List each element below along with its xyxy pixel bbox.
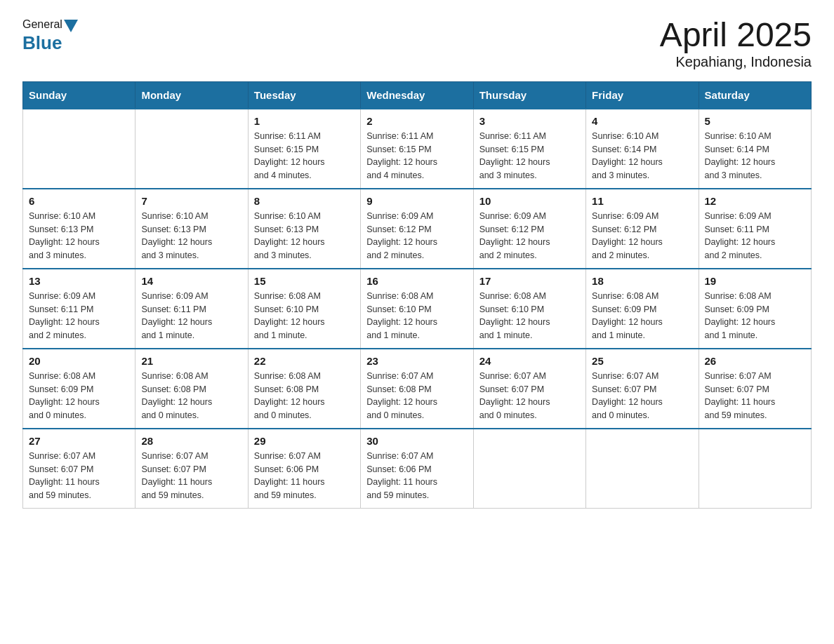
day-info: Sunrise: 6:07 AMSunset: 6:06 PMDaylight:…: [254, 450, 355, 502]
day-number: 8: [254, 195, 355, 207]
day-number: 13: [29, 275, 129, 287]
day-info: Sunrise: 6:08 AMSunset: 6:10 PMDaylight:…: [479, 290, 580, 342]
calendar-week-row: 6Sunrise: 6:10 AMSunset: 6:13 PMDaylight…: [23, 189, 812, 269]
title-block: April 2025 Kepahiang, Indonesia: [660, 17, 812, 70]
calendar-cell: [473, 429, 585, 509]
calendar-cell: [699, 429, 811, 509]
calendar-cell: 19Sunrise: 6:08 AMSunset: 6:09 PMDayligh…: [699, 269, 811, 349]
day-number: 26: [705, 355, 805, 367]
day-number: 4: [592, 115, 692, 127]
header-sunday: Sunday: [23, 81, 135, 109]
day-number: 19: [705, 275, 805, 287]
calendar-cell: 21Sunrise: 6:08 AMSunset: 6:08 PMDayligh…: [135, 349, 248, 429]
calendar-cell: [23, 109, 135, 189]
calendar-cell: 23Sunrise: 6:07 AMSunset: 6:08 PMDayligh…: [361, 349, 473, 429]
calendar-cell: 28Sunrise: 6:07 AMSunset: 6:07 PMDayligh…: [135, 429, 248, 509]
day-number: 3: [479, 115, 580, 127]
day-info: Sunrise: 6:11 AMSunset: 6:15 PMDaylight:…: [254, 130, 355, 182]
header-monday: Monday: [135, 81, 248, 109]
day-info: Sunrise: 6:07 AMSunset: 6:07 PMDaylight:…: [141, 450, 241, 502]
day-info: Sunrise: 6:07 AMSunset: 6:07 PMDaylight:…: [29, 450, 129, 502]
header-friday: Friday: [586, 81, 699, 109]
calendar-cell: 16Sunrise: 6:08 AMSunset: 6:10 PMDayligh…: [361, 269, 473, 349]
day-info: Sunrise: 6:08 AMSunset: 6:10 PMDaylight:…: [366, 290, 467, 342]
calendar-week-row: 13Sunrise: 6:09 AMSunset: 6:11 PMDayligh…: [23, 269, 812, 349]
calendar-week-row: 20Sunrise: 6:08 AMSunset: 6:09 PMDayligh…: [23, 349, 812, 429]
header-tuesday: Tuesday: [248, 81, 360, 109]
header-wednesday: Wednesday: [361, 81, 473, 109]
day-number: 17: [479, 275, 580, 287]
day-number: 1: [254, 115, 355, 127]
calendar-cell: 2Sunrise: 6:11 AMSunset: 6:15 PMDaylight…: [361, 109, 473, 189]
day-info: Sunrise: 6:11 AMSunset: 6:15 PMDaylight:…: [479, 130, 580, 182]
calendar-header-row: Sunday Monday Tuesday Wednesday Thursday…: [23, 81, 812, 109]
calendar-cell: 27Sunrise: 6:07 AMSunset: 6:07 PMDayligh…: [23, 429, 135, 509]
day-info: Sunrise: 6:07 AMSunset: 6:07 PMDaylight:…: [592, 370, 692, 422]
calendar-week-row: 1Sunrise: 6:11 AMSunset: 6:15 PMDaylight…: [23, 109, 812, 189]
day-number: 12: [705, 195, 805, 207]
calendar-cell: 10Sunrise: 6:09 AMSunset: 6:12 PMDayligh…: [473, 189, 585, 269]
calendar-cell: [586, 429, 699, 509]
calendar-cell: 3Sunrise: 6:11 AMSunset: 6:15 PMDaylight…: [473, 109, 585, 189]
day-number: 15: [254, 275, 355, 287]
day-number: 6: [29, 195, 129, 207]
calendar-cell: 7Sunrise: 6:10 AMSunset: 6:13 PMDaylight…: [135, 189, 248, 269]
calendar-cell: 18Sunrise: 6:08 AMSunset: 6:09 PMDayligh…: [586, 269, 699, 349]
day-number: 30: [366, 435, 467, 447]
logo-blue-text: Blue: [22, 32, 62, 54]
day-number: 11: [592, 195, 692, 207]
calendar-title: April 2025: [660, 17, 812, 54]
day-info: Sunrise: 6:07 AMSunset: 6:08 PMDaylight:…: [366, 370, 467, 422]
calendar-cell: 12Sunrise: 6:09 AMSunset: 6:11 PMDayligh…: [699, 189, 811, 269]
day-info: Sunrise: 6:09 AMSunset: 6:11 PMDaylight:…: [29, 290, 129, 342]
calendar-cell: 15Sunrise: 6:08 AMSunset: 6:10 PMDayligh…: [248, 269, 360, 349]
day-info: Sunrise: 6:07 AMSunset: 6:07 PMDaylight:…: [705, 370, 805, 422]
day-number: 2: [366, 115, 467, 127]
calendar-cell: 8Sunrise: 6:10 AMSunset: 6:13 PMDaylight…: [248, 189, 360, 269]
calendar-cell: 1Sunrise: 6:11 AMSunset: 6:15 PMDaylight…: [248, 109, 360, 189]
day-number: 10: [479, 195, 580, 207]
day-info: Sunrise: 6:07 AMSunset: 6:06 PMDaylight:…: [366, 450, 467, 502]
day-info: Sunrise: 6:08 AMSunset: 6:08 PMDaylight:…: [141, 370, 241, 422]
day-info: Sunrise: 6:10 AMSunset: 6:13 PMDaylight:…: [141, 210, 241, 262]
calendar-cell: 24Sunrise: 6:07 AMSunset: 6:07 PMDayligh…: [473, 349, 585, 429]
day-info: Sunrise: 6:10 AMSunset: 6:14 PMDaylight:…: [592, 130, 692, 182]
logo-general-text: General: [22, 18, 62, 31]
calendar-subtitle: Kepahiang, Indonesia: [660, 54, 812, 70]
day-number: 14: [141, 275, 241, 287]
day-info: Sunrise: 6:07 AMSunset: 6:07 PMDaylight:…: [479, 370, 580, 422]
day-number: 25: [592, 355, 692, 367]
day-number: 22: [254, 355, 355, 367]
day-info: Sunrise: 6:09 AMSunset: 6:11 PMDaylight:…: [141, 290, 241, 342]
header-saturday: Saturday: [699, 81, 811, 109]
day-number: 27: [29, 435, 129, 447]
day-number: 20: [29, 355, 129, 367]
day-info: Sunrise: 6:08 AMSunset: 6:09 PMDaylight:…: [705, 290, 805, 342]
logo: General Blue: [22, 17, 78, 54]
day-info: Sunrise: 6:10 AMSunset: 6:13 PMDaylight:…: [29, 210, 129, 262]
calendar-cell: 25Sunrise: 6:07 AMSunset: 6:07 PMDayligh…: [586, 349, 699, 429]
calendar-cell: 22Sunrise: 6:08 AMSunset: 6:08 PMDayligh…: [248, 349, 360, 429]
day-info: Sunrise: 6:09 AMSunset: 6:12 PMDaylight:…: [592, 210, 692, 262]
calendar-cell: 5Sunrise: 6:10 AMSunset: 6:14 PMDaylight…: [699, 109, 811, 189]
calendar-week-row: 27Sunrise: 6:07 AMSunset: 6:07 PMDayligh…: [23, 429, 812, 509]
day-number: 9: [366, 195, 467, 207]
day-info: Sunrise: 6:08 AMSunset: 6:09 PMDaylight:…: [592, 290, 692, 342]
logo-arrow-icon: [64, 20, 78, 32]
day-info: Sunrise: 6:10 AMSunset: 6:13 PMDaylight:…: [254, 210, 355, 262]
day-number: 28: [141, 435, 241, 447]
calendar-cell: 9Sunrise: 6:09 AMSunset: 6:12 PMDaylight…: [361, 189, 473, 269]
calendar-table: Sunday Monday Tuesday Wednesday Thursday…: [22, 81, 812, 509]
calendar-cell: 20Sunrise: 6:08 AMSunset: 6:09 PMDayligh…: [23, 349, 135, 429]
day-number: 23: [366, 355, 467, 367]
calendar-cell: 13Sunrise: 6:09 AMSunset: 6:11 PMDayligh…: [23, 269, 135, 349]
day-number: 24: [479, 355, 580, 367]
page-header: General Blue April 2025 Kepahiang, Indon…: [22, 17, 812, 70]
header-thursday: Thursday: [473, 81, 585, 109]
calendar-cell: 26Sunrise: 6:07 AMSunset: 6:07 PMDayligh…: [699, 349, 811, 429]
day-number: 18: [592, 275, 692, 287]
day-number: 16: [366, 275, 467, 287]
day-info: Sunrise: 6:08 AMSunset: 6:08 PMDaylight:…: [254, 370, 355, 422]
calendar-cell: 29Sunrise: 6:07 AMSunset: 6:06 PMDayligh…: [248, 429, 360, 509]
day-number: 29: [254, 435, 355, 447]
